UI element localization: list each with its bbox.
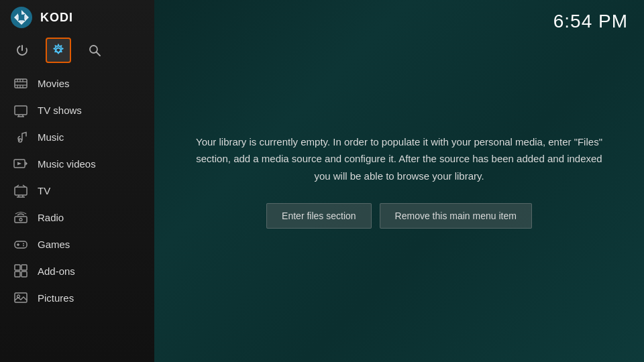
svg-rect-40	[15, 241, 27, 248]
svg-point-44	[23, 245, 24, 247]
radio-label: Radio	[38, 212, 64, 223]
svg-rect-15	[15, 79, 27, 88]
music-videos-icon	[13, 156, 28, 171]
tv-icon	[13, 183, 28, 198]
pictures-label: Pictures	[38, 292, 74, 304]
svg-line-14	[97, 52, 101, 56]
movies-icon	[13, 76, 28, 90]
add-ons-icon	[13, 263, 28, 278]
enter-files-button[interactable]: Enter files section	[266, 203, 372, 229]
sidebar-item-add-ons[interactable]: Add-ons	[0, 257, 154, 284]
music-icon	[13, 129, 28, 144]
music-videos-label: Music videos	[38, 158, 96, 170]
kodi-logo	[11, 7, 32, 28]
add-ons-label: Add-ons	[38, 265, 75, 277]
main-content: 6:54 PM Your library is currently empty.…	[154, 0, 644, 362]
action-buttons: Enter files section Remove this main men…	[191, 203, 607, 229]
svg-rect-48	[21, 272, 27, 277]
sidebar-item-pictures[interactable]: Pictures	[0, 284, 154, 311]
svg-marker-30	[25, 162, 28, 166]
nav-list: Movies TV shows Music	[0, 70, 154, 362]
time-display: 6:54 PM	[553, 11, 628, 32]
remove-menu-item-button[interactable]: Remove this main menu item	[380, 203, 532, 229]
svg-rect-38	[15, 217, 27, 223]
empty-library-panel: Your library is currently empty. In orde…	[178, 120, 621, 243]
svg-rect-5	[18, 14, 25, 21]
tv-shows-label: TV shows	[38, 105, 82, 116]
svg-rect-32	[15, 187, 27, 195]
svg-rect-47	[15, 272, 20, 277]
svg-point-50	[17, 295, 20, 298]
sidebar-item-radio[interactable]: Radio	[0, 204, 154, 231]
power-button[interactable]	[9, 38, 35, 63]
tv-label: TV	[38, 185, 50, 196]
svg-point-43	[23, 243, 24, 245]
svg-rect-24	[15, 106, 27, 115]
svg-rect-46	[21, 265, 27, 270]
sidebar-item-games[interactable]: Games	[0, 231, 154, 257]
settings-button[interactable]	[46, 38, 71, 63]
pictures-icon	[13, 290, 28, 305]
svg-rect-49	[15, 293, 27, 302]
tv-shows-icon	[13, 103, 28, 117]
sidebar-item-movies[interactable]: Movies	[0, 70, 154, 97]
sidebar-item-music[interactable]: Music	[0, 123, 154, 150]
app-header: KODI	[0, 0, 154, 35]
sidebar-item-music-videos[interactable]: Music videos	[0, 150, 154, 177]
svg-rect-45	[15, 265, 20, 270]
svg-point-39	[19, 219, 22, 221]
svg-marker-31	[17, 162, 21, 166]
sidebar-item-tv-shows[interactable]: TV shows	[0, 97, 154, 123]
empty-message: Your library is currently empty. In orde…	[191, 133, 607, 185]
sidebar-item-tv[interactable]: TV	[0, 177, 154, 204]
search-button[interactable]	[82, 38, 107, 63]
sidebar: KODI	[0, 0, 154, 362]
games-label: Games	[38, 239, 70, 250]
games-icon	[13, 237, 28, 251]
movies-label: Movies	[38, 78, 70, 89]
music-label: Music	[38, 131, 64, 143]
toolbar-icons	[0, 35, 154, 70]
app-name: KODI	[40, 11, 73, 25]
radio-icon	[13, 210, 28, 225]
